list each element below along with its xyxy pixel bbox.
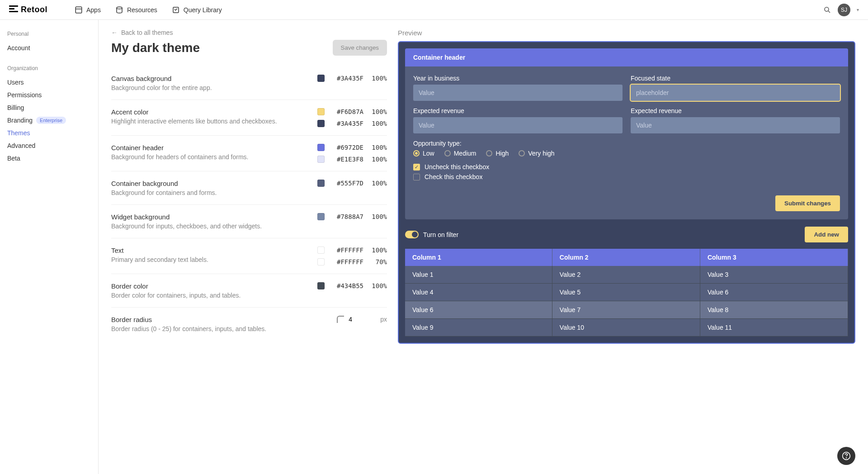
table-row[interactable]: Value 4Value 5Value 6 (405, 284, 848, 301)
topbar: Retool Apps Resources Query Library SJ ▾ (0, 0, 868, 20)
color-hex: #434B55 (329, 282, 363, 289)
color-opacity: 100% (368, 120, 387, 127)
sidebar-item-users[interactable]: Users (7, 76, 91, 89)
setting-name: Canvas background (111, 75, 308, 82)
radio-very-high[interactable]: Very high (519, 150, 554, 157)
table-cell: Value 1 (405, 266, 552, 284)
setting-name: Border color (111, 282, 308, 290)
table-cell: Value 6 (700, 284, 848, 301)
setting-name: Container header (111, 144, 308, 152)
year-label: Year in business (413, 75, 623, 82)
sidebar-item-account[interactable]: Account (7, 42, 91, 54)
submit-button[interactable]: Submit changes (775, 195, 840, 211)
color-opacity: 100% (368, 156, 387, 163)
nav-apps[interactable]: Apps (75, 6, 101, 14)
color-swatch (317, 246, 325, 254)
color-hex: #3A435F (329, 120, 363, 127)
svg-point-3 (825, 7, 829, 11)
table-header[interactable]: Column 3 (700, 249, 848, 266)
svg-point-5 (846, 458, 847, 458)
color-value[interactable]: #7888A7100% (317, 213, 387, 220)
sidebar-item-advanced[interactable]: Advanced (7, 139, 91, 152)
table-row[interactable]: Value 1Value 2Value 3 (405, 266, 848, 284)
table-row[interactable]: Value 9Value 10Value 11 (405, 319, 848, 337)
add-new-button[interactable]: Add new (805, 227, 848, 242)
year-input[interactable] (413, 85, 623, 101)
table-row[interactable]: Value 6Value 7Value 8 (405, 301, 848, 319)
color-value[interactable]: #F6D87A100% (317, 108, 387, 115)
radio-medium[interactable]: Medium (444, 150, 476, 157)
color-opacity: 100% (368, 282, 387, 289)
help-button[interactable] (837, 447, 855, 465)
save-button[interactable]: Save changes (333, 40, 387, 56)
color-hex: #3A435F (329, 75, 363, 82)
color-value[interactable]: #3A435F100% (317, 120, 387, 127)
checkbox-icon: ✓ (413, 164, 420, 171)
sidebar: Personal Account Organization Users Perm… (0, 20, 99, 474)
search-icon[interactable] (823, 6, 831, 14)
logo[interactable]: Retool (9, 5, 47, 14)
radio-high[interactable]: High (486, 150, 509, 157)
setting-desc: Border color for containers, inputs, and… (111, 292, 308, 299)
toggle-label: Turn on filter (423, 231, 458, 238)
table-cell: Value 6 (405, 301, 552, 319)
radio-icon (444, 150, 451, 156)
color-value[interactable]: #555F7D100% (317, 180, 387, 187)
setting-name: Container background (111, 180, 308, 187)
setting-row: Canvas backgroundBackground color for th… (111, 66, 387, 100)
sidebar-item-beta[interactable]: Beta (7, 152, 91, 165)
svg-rect-0 (75, 7, 82, 13)
setting-row: Container headerBackground for headers o… (111, 136, 387, 171)
color-value[interactable]: #FFFFFF100% (317, 246, 387, 254)
color-value[interactable]: #6972DE100% (317, 144, 387, 151)
sidebar-item-branding[interactable]: Branding Enterprise (7, 114, 91, 127)
user-avatar[interactable]: SJ (838, 4, 850, 16)
checkbox-check[interactable]: Check this checkbox (413, 173, 840, 180)
checkbox-uncheck[interactable]: ✓Uncheck this checkbox (413, 163, 840, 171)
rev2-input[interactable] (631, 117, 840, 133)
color-value[interactable]: #3A435F100% (317, 75, 387, 82)
resources-icon (115, 6, 123, 14)
color-value[interactable]: #E1E3F8100% (317, 156, 387, 163)
chevron-down-icon[interactable]: ▾ (857, 7, 859, 12)
rev2-label: Expected revenue (631, 107, 840, 114)
table-cell: Value 9 (405, 319, 552, 337)
preview-label: Preview (398, 29, 855, 37)
filter-toggle[interactable] (405, 231, 419, 238)
table-cell: Value 5 (552, 284, 700, 301)
color-value[interactable]: #434B55100% (317, 282, 387, 289)
color-swatch (317, 120, 325, 127)
setting-desc: Primary and secondary text labels. (111, 256, 308, 263)
nav-resources[interactable]: Resources (115, 6, 157, 14)
setting-desc: Highlight interactive elements like butt… (111, 118, 308, 125)
setting-name: Widget background (111, 213, 308, 221)
color-hex: #FFFFFF (329, 246, 363, 254)
color-value[interactable]: #FFFFFF70% (317, 258, 387, 265)
color-opacity: 100% (368, 75, 387, 82)
table-cell: Value 8 (700, 301, 848, 319)
nav-query-library[interactable]: Query Library (172, 6, 222, 14)
rev1-input[interactable] (413, 117, 623, 133)
radius-unit: px (380, 316, 387, 323)
focused-input[interactable] (631, 85, 840, 101)
border-radius-input[interactable] (349, 316, 376, 323)
color-hex: #6972DE (329, 144, 363, 151)
color-opacity: 100% (368, 180, 387, 187)
table-cell: Value 10 (552, 319, 700, 337)
border-radius-icon (337, 316, 344, 323)
radio-icon (486, 150, 492, 156)
color-swatch (317, 108, 325, 115)
query-library-icon (172, 6, 180, 14)
sidebar-item-permissions[interactable]: Permissions (7, 89, 91, 101)
radio-low[interactable]: Low (413, 150, 434, 157)
setting-row: Container backgroundBackground for conta… (111, 171, 387, 205)
table-header[interactable]: Column 1 (405, 249, 552, 266)
back-link[interactable]: ← Back to all themes (111, 29, 387, 36)
table-cell: Value 11 (700, 319, 848, 337)
setting-row: Widget backgroundBackground for inputs, … (111, 205, 387, 238)
rev1-label: Expected revenue (413, 107, 623, 114)
sidebar-item-billing[interactable]: Billing (7, 101, 91, 114)
sidebar-item-themes[interactable]: Themes (7, 127, 91, 139)
table-header[interactable]: Column 2 (552, 249, 700, 266)
color-swatch (317, 180, 325, 187)
